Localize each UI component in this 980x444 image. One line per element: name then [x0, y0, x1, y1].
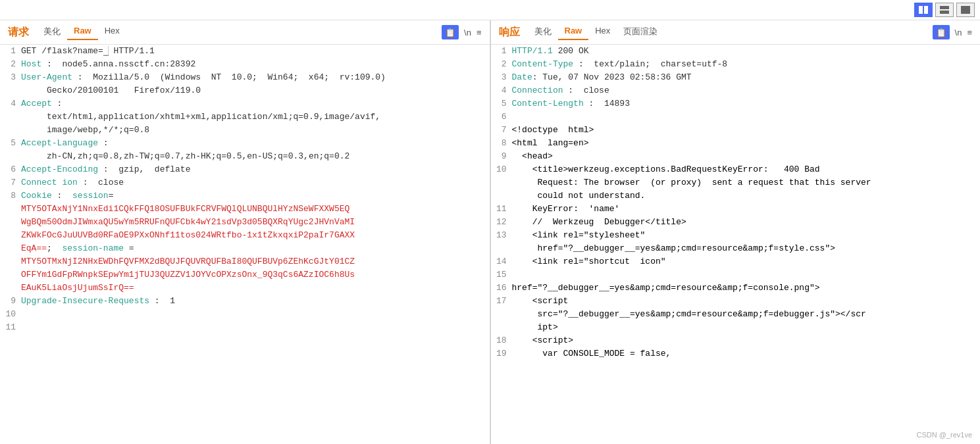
request-line-10: 10	[0, 308, 490, 321]
ln-request[interactable]: \n	[464, 28, 471, 37]
response-line-14: 14 <link rel="shortcut icon"	[491, 255, 981, 268]
request-line-8: 8 Cookie : session= MTY5OTAxNjY1NnxEdi1C…	[0, 189, 490, 295]
request-line-1: 1 GET /flask?name=█ HTTP/1.1	[0, 45, 490, 58]
request-line-6: 6 Accept-Encoding : gzip, deflate	[0, 163, 490, 176]
tab-render-response[interactable]: 页面渲染	[617, 24, 664, 40]
split-view-button[interactable]	[914, 3, 933, 17]
svg-rect-3	[940, 11, 949, 14]
single-view-button[interactable]	[956, 3, 975, 17]
response-actions: 📋 \n ≡	[933, 25, 972, 39]
request-line-5: 5 Accept-Language : zh-CN,zh;q=0.8,zh-TW…	[0, 137, 490, 163]
request-content: 1 GET /flask?name=█ HTTP/1.1 2 Host : no…	[0, 45, 490, 444]
ln-response[interactable]: \n	[955, 28, 962, 37]
response-line-3: 3 Date: Tue, 07 Nov 2023 02:58:36 GMT	[491, 71, 981, 84]
svg-rect-4	[961, 6, 970, 14]
request-actions: 📋 \n ≡	[442, 25, 481, 39]
tab-raw-response[interactable]: Raw	[558, 24, 589, 40]
response-line-9: 9 <head>	[491, 150, 981, 163]
response-line-13: 13 <link rel="stylesheet" href="?__debug…	[491, 229, 981, 255]
copy-request-button[interactable]: 📋	[442, 25, 459, 39]
response-panel-header: 响应 美化 Raw Hex 页面渲染 📋 \n ≡	[491, 20, 981, 45]
response-title: 响应	[499, 26, 520, 39]
response-line-19: 19 var CONSOLE_MODE = false,	[491, 347, 981, 360]
horizontal-view-button[interactable]	[935, 3, 954, 17]
response-tabs: 美化 Raw Hex 页面渲染	[528, 24, 930, 40]
response-panel: 响应 美化 Raw Hex 页面渲染 📋 \n ≡ 1 HTTP/1.1 200…	[491, 20, 981, 444]
response-line-7: 7 <!doctype html>	[491, 124, 981, 137]
request-line-4: 4 Accept : text/html,application/xhtml+x…	[0, 97, 490, 137]
response-line-17: 17 <script src="?__debugger__=yes&amp;cm…	[491, 295, 981, 334]
copy-response-button[interactable]: 📋	[933, 25, 950, 39]
menu-response[interactable]: ≡	[967, 28, 972, 37]
main-container: 请求 美化 Raw Hex 📋 \n ≡ 1 GET /flask?name=█…	[0, 20, 980, 444]
request-line-11: 11	[0, 321, 490, 334]
request-line-3: 3 User-Agent : Mozilla/5.0 (Windows NT 1…	[0, 71, 490, 97]
tab-raw-request[interactable]: Raw	[67, 24, 98, 40]
response-line-1: 1 HTTP/1.1 200 OK	[491, 45, 981, 58]
svg-rect-2	[940, 6, 949, 9]
response-line-6: 6	[491, 111, 981, 124]
tab-beautify-response[interactable]: 美化	[528, 24, 558, 40]
request-tabs: 美化 Raw Hex	[37, 24, 439, 40]
response-line-4: 4 Connection : close	[491, 84, 981, 97]
menu-request[interactable]: ≡	[477, 28, 482, 37]
response-line-5: 5 Content-Length : 14893	[491, 97, 981, 111]
response-line-12: 12 // Werkzeug Debugger</title>	[491, 216, 981, 229]
response-line-15: 15	[491, 268, 981, 282]
svg-rect-1	[924, 6, 928, 14]
request-line-9: 9 Upgrade-Insecure-Requests : 1	[0, 295, 490, 308]
request-panel-header: 请求 美化 Raw Hex 📋 \n ≡	[0, 20, 490, 45]
request-title: 请求	[8, 26, 29, 39]
request-line-2: 2 Host : node5.anna.nssctf.cn:28392	[0, 58, 490, 71]
response-line-2: 2 Content-Type : text/plain; charset=utf…	[491, 58, 981, 71]
response-line-11: 11 KeyError: 'name'	[491, 203, 981, 216]
response-line-18: 18 <script>	[491, 334, 981, 347]
tab-hex-request[interactable]: Hex	[98, 24, 126, 40]
watermark: CSDN @_rev1ve	[916, 431, 972, 439]
request-panel: 请求 美化 Raw Hex 📋 \n ≡ 1 GET /flask?name=█…	[0, 20, 490, 444]
response-content: 1 HTTP/1.1 200 OK 2 Content-Type : text/…	[491, 45, 981, 444]
request-line-7: 7 Connect ion : close	[0, 176, 490, 189]
top-bar	[0, 0, 980, 20]
response-line-10: 10 <title>werkzeug.exceptions.BadRequest…	[491, 163, 981, 203]
response-line-16: 16 href="?__debugger__=yes&amp;cmd=resou…	[491, 282, 981, 295]
tab-hex-response[interactable]: Hex	[588, 24, 617, 40]
tab-beautify-request[interactable]: 美化	[37, 24, 67, 40]
svg-rect-0	[919, 6, 923, 14]
response-line-8: 8 <html lang=en>	[491, 137, 981, 150]
